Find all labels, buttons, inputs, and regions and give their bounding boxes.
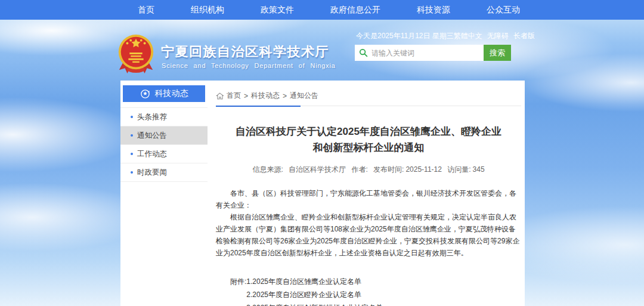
link-accessibility[interactable]: 无障碍 [487,31,509,41]
bullet-dot [131,153,133,155]
sidebar-item-work-news[interactable]: 工作动态 [120,145,208,163]
sidebar: 科技动态 头条推荐 通知公告 工作动态 时政要闻 [120,81,208,306]
national-emblem-logo [117,33,155,75]
search-input[interactable] [371,49,479,57]
sidebar-menu: 头条推荐 通知公告 工作动态 时政要闻 [120,107,208,182]
news-rotation-icon [140,89,150,99]
search-button[interactable]: 搜索 [484,45,511,61]
breadcrumb-current: 通知公告 [290,91,318,101]
search-box: 搜索 [355,45,511,61]
nav-item-policy-documents[interactable]: 政策文件 [261,5,294,16]
home-icon [216,92,224,100]
meta-source-label: 信息来源: [252,165,285,174]
link-traditional-chinese[interactable]: 繁體中文 [454,31,482,41]
sidebar-title: 科技动态 [155,88,188,99]
attachments: 附件: 1.2025年度自治区雏鹰企业认定名单 2.2025年度自治区瞪羚企业认… [216,275,521,306]
top-navigation: 首页 组织机构 政策文件 政府信息公开 科技资源 公众互动 [0,0,644,20]
article-paragraph-1: 各市、县（区）科技管理部门，宁东能源化工基地管委会，银川经济技术开发区管委会，各… [216,187,521,211]
attachment-link-2[interactable]: 2.2025年度自治区瞪羚企业认定名单 [246,288,383,301]
current-date: 今天是2025年11月12日 星期三 [356,31,454,41]
nav-item-gov-info-disclosure[interactable]: 政府信息公开 [330,5,380,16]
sidebar-item-notices[interactable]: 通知公告 [120,126,208,145]
breadcrumb-active-underline [216,106,301,107]
sidebar-item-label: 时政要闻 [137,168,167,178]
nav-item-public-interaction[interactable]: 公众互动 [487,5,520,16]
breadcrumb-separator: > [244,92,248,100]
article-title-line2: 和创新型标杆企业的通知 [216,140,521,156]
meta-views-label: 访问量: [447,165,470,174]
link-elderly-version[interactable]: 长者版 [513,31,535,41]
nav-item-home[interactable]: 首页 [138,5,154,16]
search-icon [359,48,368,57]
sidebar-item-headlines[interactable]: 头条推荐 [120,108,208,126]
breadcrumb: 首页 > 科技动态 > 通知公告 [216,81,521,106]
attachments-label: 附件: [230,275,246,306]
meta-author-label: 作者: [351,165,370,174]
nav-item-organization[interactable]: 组织机构 [191,5,224,16]
nav-item-sci-tech-resources[interactable]: 科技资源 [417,5,450,16]
breadcrumb-section[interactable]: 科技动态 [251,91,280,101]
article-meta: 信息来源: 自治区科学技术厅 作者: 发布时间:2025-11-12 访问量:3… [216,165,521,175]
attachment-link-3[interactable]: 3.2025年度自治区创新型标杆企业认定名单 [246,301,383,306]
meta-source: 自治区科学技术厅 [289,165,346,174]
bullet-dot [131,171,133,174]
article-title-line1: 自治区科技厅关于认定2025年度自治区雏鹰企业、瞪羚企业 [216,123,521,140]
breadcrumb-separator: > [283,92,287,100]
sidebar-item-label: 通知公告 [137,131,167,141]
sidebar-item-current-affairs[interactable]: 时政要闻 [120,163,208,182]
meta-views: 345 [473,165,485,174]
content-panel: 科技动态 头条推荐 通知公告 工作动态 时政要闻 [120,81,525,306]
bullet-dot [131,116,133,118]
article-title: 自治区科技厅关于认定2025年度自治区雏鹰企业、瞪羚企业 和创新型标杆企业的通知 [216,123,521,156]
site-subtitle: Science and Technology Department of Nin… [162,62,336,69]
article-paragraph-2: 根据自治区雏鹰企业、瞪羚企业和创新型标杆企业认定管理有关规定，决定认定半亩良人农… [216,211,521,259]
header-utility-row: 今天是2025年11月12日 星期三 繁體中文 无障碍 长者版 [356,31,521,41]
article-body: 各市、县（区）科技管理部门，宁东能源化工基地管委会，银川经济技术开发区管委会，各… [216,187,521,259]
bullet-dot [131,134,133,137]
meta-publish-date: 2025-11-12 [405,165,442,174]
attachment-link-1[interactable]: 1.2025年度自治区雏鹰企业认定名单 [246,275,383,288]
sidebar-item-label: 头条推荐 [137,112,167,122]
page-background: 首页 组织机构 政策文件 政府信息公开 科技资源 公众互动 宁夏回族自治区科学技… [0,0,644,306]
sidebar-header: 科技动态 [123,85,205,102]
sidebar-item-label: 工作动态 [137,149,167,159]
breadcrumb-home[interactable]: 首页 [227,91,241,101]
site-title: 宁夏回族自治区科学技术厅 [161,43,329,61]
meta-publish-label: 发布时间: [373,165,404,174]
article-area: 首页 > 科技动态 > 通知公告 自治区科技厅关于认定2025年度自治区雏鹰企业… [216,81,521,306]
